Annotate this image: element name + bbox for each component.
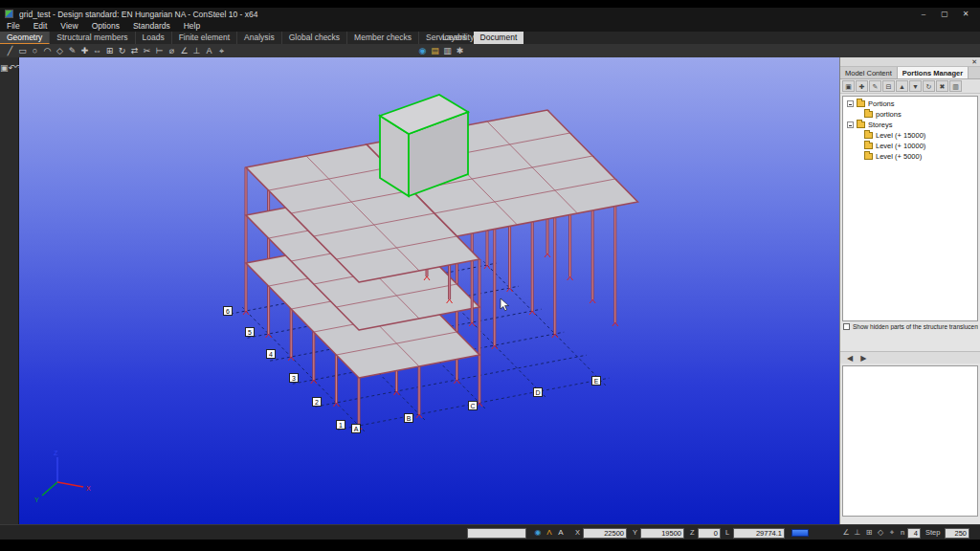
tab-model-content[interactable]: Model Content: [840, 67, 898, 78]
angle-icon[interactable]: ∠: [178, 44, 190, 57]
render-mode-icon[interactable]: ◉: [416, 44, 429, 57]
edit-portion-icon[interactable]: ✎: [869, 80, 881, 92]
menu-view[interactable]: View: [54, 20, 84, 32]
collapse-icon[interactable]: [847, 121, 854, 128]
tree-item-portions[interactable]: Portions: [843, 99, 977, 109]
cut-icon[interactable]: ✂: [141, 44, 153, 57]
move-down-icon[interactable]: ▼: [909, 80, 922, 92]
rectangle-icon[interactable]: ▭: [16, 44, 29, 57]
move-icon[interactable]: ⇔: [91, 44, 103, 57]
menu-file[interactable]: File: [0, 20, 27, 32]
tab-finite-element[interactable]: Finite element: [172, 32, 237, 44]
tab-analysis[interactable]: Analysis: [237, 32, 282, 44]
grid-snap-icon[interactable]: ⊞: [863, 525, 875, 540]
ortho-icon[interactable]: ⊥: [852, 525, 863, 540]
polygon-icon[interactable]: ◇: [54, 44, 66, 57]
osnap-icon[interactable]: ◇: [875, 525, 886, 540]
tab-portions-manager[interactable]: Portions Manager: [898, 67, 969, 78]
pencil-icon[interactable]: ✎: [66, 44, 78, 57]
z-coord-field[interactable]: 0: [698, 528, 721, 539]
letterbox-top: [0, 0, 980, 8]
snap-icon[interactable]: ⌖: [215, 44, 228, 57]
tab-structural-members[interactable]: Structural members: [50, 32, 135, 44]
n-label: n: [901, 528, 904, 537]
collapse-icon[interactable]: [847, 100, 854, 107]
add-point-icon[interactable]: ✚: [78, 44, 91, 57]
app-icon: [5, 10, 13, 18]
tree-item-level-15000[interactable]: Level (+ 15000): [843, 130, 977, 141]
axis-triad: Z Y X: [31, 448, 107, 507]
minimize-button[interactable]: –: [913, 8, 934, 20]
back-arrow-icon[interactable]: ◀: [843, 354, 857, 363]
refresh-icon[interactable]: ↻: [923, 80, 935, 92]
undo-icon[interactable]: ↶: [9, 63, 16, 73]
font-icon[interactable]: A: [555, 525, 567, 540]
render-globe-icon[interactable]: ◉: [532, 525, 544, 540]
n-field[interactable]: 4: [907, 528, 921, 539]
right-panel: ✕ Model Content Portions Manager ▣✚✎⊟▲▼↻…: [839, 57, 980, 524]
x-coord-label: X: [575, 528, 580, 537]
grid-label-4: 4: [266, 349, 276, 359]
menu-options[interactable]: Options: [85, 20, 126, 32]
maximize-button[interactable]: ▢: [934, 8, 955, 20]
save-icon[interactable]: ▣: [0, 63, 9, 73]
rotate-icon[interactable]: ↻: [116, 44, 128, 57]
folder-open-icon[interactable]: ▤: [429, 44, 441, 57]
text-icon[interactable]: A: [203, 44, 215, 57]
tree-item-portions-child[interactable]: portions: [843, 109, 977, 120]
menu-bar: File Edit View Options Standards Help: [0, 20, 980, 32]
grid-label-6: 6: [223, 306, 233, 316]
model-viewport[interactable]: 1 2 3 4 5 6 A B C D E Z Y X: [19, 57, 839, 524]
tree-item-level-10000[interactable]: Level (+ 10000): [843, 141, 977, 151]
arc-icon[interactable]: ◠: [41, 44, 54, 57]
show-hidden-checkbox[interactable]: [843, 323, 850, 330]
angle-snap-icon[interactable]: ∠: [840, 525, 852, 540]
list-icon[interactable]: ▥: [949, 80, 962, 92]
tree-item-level-5000[interactable]: Level (+ 5000): [843, 151, 977, 162]
y-coord-label: Y: [633, 528, 637, 537]
tree-item-storeys[interactable]: Storeys: [843, 120, 977, 130]
command-input[interactable]: [467, 528, 526, 539]
measure-icon[interactable]: ⌀: [166, 44, 178, 57]
tab-global-checks[interactable]: Global checks: [282, 32, 347, 44]
trim-icon[interactable]: ⊢: [153, 44, 166, 57]
tab-document[interactable]: Document: [474, 32, 524, 44]
move-up-icon[interactable]: ▲: [896, 80, 908, 92]
forward-arrow-icon[interactable]: ▶: [857, 354, 870, 363]
delete-portion-icon[interactable]: ✖: [936, 80, 948, 92]
close-button[interactable]: ✕: [955, 8, 976, 20]
length-field[interactable]: 29774.1: [733, 528, 785, 539]
lambda-icon[interactable]: Λ: [544, 525, 555, 540]
tab-geometry[interactable]: Geometry: [0, 32, 50, 44]
folder-icon: [864, 143, 873, 149]
grid-label-C: C: [468, 401, 478, 410]
tree-item-label: Storeys: [868, 121, 892, 129]
target-snap-icon[interactable]: ⌖: [886, 525, 898, 540]
mirror-icon[interactable]: ⇄: [128, 44, 141, 57]
settings-icon[interactable]: ✱: [454, 44, 466, 57]
add-portion-icon[interactable]: ✚: [856, 80, 868, 92]
tree-item-label: Level (+ 10000): [876, 142, 925, 150]
model-3d[interactable]: [19, 57, 839, 524]
perpendicular-icon[interactable]: ⊥: [190, 44, 203, 57]
draw-line-icon[interactable]: ╱: [4, 44, 16, 57]
copy-icon[interactable]: ⊞: [103, 44, 116, 57]
circle-icon[interactable]: ○: [29, 44, 41, 57]
menu-help[interactable]: Help: [177, 20, 207, 32]
new-portion-icon[interactable]: ▣: [842, 80, 855, 92]
x-coord-field[interactable]: 22500: [583, 528, 627, 539]
tab-loads[interactable]: Loads: [136, 32, 172, 44]
menu-standards[interactable]: Standards: [126, 20, 177, 32]
folder-icon: [864, 132, 873, 139]
tab-member-checks[interactable]: Member checks: [347, 32, 419, 44]
tab-layers[interactable]: Layers: [435, 32, 474, 44]
sheet-icon[interactable]: ▥: [441, 44, 454, 57]
collapse-all-icon[interactable]: ⊟: [882, 80, 895, 92]
panel-close-icon[interactable]: ✕: [971, 57, 977, 67]
menu-edit[interactable]: Edit: [27, 20, 55, 32]
y-coord-field[interactable]: 19500: [640, 528, 684, 539]
progress-indicator: [791, 529, 809, 537]
folder-icon: [864, 153, 873, 160]
length-label: L: [725, 528, 729, 537]
step-field[interactable]: 250: [945, 528, 969, 539]
